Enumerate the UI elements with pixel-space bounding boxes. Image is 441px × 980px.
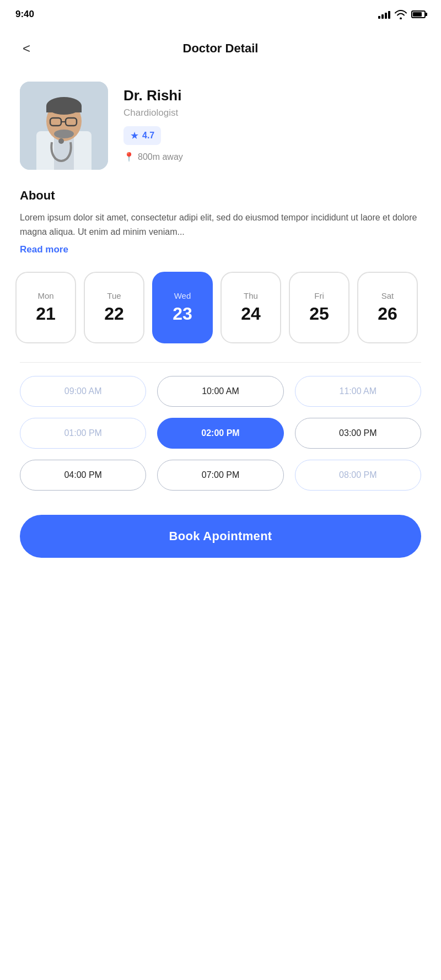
time-slot[interactable]: 02:00 PM bbox=[157, 418, 283, 449]
day-card-23[interactable]: Wed23 bbox=[152, 272, 213, 343]
time-slot[interactable]: 11:00 AM bbox=[295, 376, 421, 407]
day-number: 24 bbox=[241, 304, 261, 324]
back-button[interactable]: < bbox=[15, 37, 37, 60]
read-more-button[interactable]: Read more bbox=[20, 244, 68, 255]
day-name: Mon bbox=[37, 291, 53, 300]
time-slot[interactable]: 01:00 PM bbox=[20, 418, 146, 449]
svg-point-10 bbox=[58, 138, 64, 144]
divider bbox=[20, 362, 421, 363]
day-number: 21 bbox=[36, 304, 56, 324]
status-icons bbox=[378, 10, 426, 19]
day-number: 22 bbox=[104, 304, 124, 324]
time-section: 09:00 AM10:00 AM11:00 AM01:00 PM02:00 PM… bbox=[0, 370, 441, 504]
page-title: Doctor Detail bbox=[183, 41, 259, 56]
day-name: Sat bbox=[381, 291, 394, 300]
header: < Doctor Detail bbox=[0, 26, 441, 68]
doctor-profile: Dr. Rishi Chardiologist ★ 4.7 📍 800m awa… bbox=[0, 68, 441, 183]
about-section: About Lorem ipsum dolor sit amet, consec… bbox=[0, 183, 441, 266]
day-card-26[interactable]: Sat26 bbox=[357, 272, 418, 343]
time-slot[interactable]: 08:00 PM bbox=[295, 460, 421, 491]
time-slot[interactable]: 07:00 PM bbox=[157, 460, 283, 491]
location-row: 📍 800m away bbox=[123, 152, 421, 162]
doctor-image bbox=[20, 82, 108, 170]
day-number: 25 bbox=[309, 304, 329, 324]
day-card-25[interactable]: Fri25 bbox=[289, 272, 349, 343]
day-number: 26 bbox=[378, 304, 397, 324]
day-name: Tue bbox=[107, 291, 121, 300]
time-slot[interactable]: 03:00 PM bbox=[295, 418, 421, 449]
location-text: 800m away bbox=[138, 152, 183, 162]
rating-badge: ★ 4.7 bbox=[123, 126, 161, 145]
star-icon: ★ bbox=[130, 130, 139, 142]
time-slot[interactable]: 09:00 AM bbox=[20, 376, 146, 407]
wifi-icon bbox=[395, 10, 407, 19]
day-name: Fri bbox=[314, 291, 324, 300]
days-scroll: Mon21Tue22Wed23Thu24Fri25Sat26 bbox=[15, 272, 426, 346]
time-grid: 09:00 AM10:00 AM11:00 AM01:00 PM02:00 PM… bbox=[20, 376, 421, 491]
day-card-22[interactable]: Tue22 bbox=[84, 272, 144, 343]
doctor-info: Dr. Rishi Chardiologist ★ 4.7 📍 800m awa… bbox=[123, 82, 421, 162]
status-time: 9:40 bbox=[15, 9, 34, 20]
day-number: 23 bbox=[173, 304, 192, 324]
day-name: Wed bbox=[174, 291, 191, 300]
rating-value: 4.7 bbox=[142, 131, 154, 141]
about-title: About bbox=[20, 189, 421, 203]
day-card-24[interactable]: Thu24 bbox=[220, 272, 281, 343]
book-section: Book Apointment bbox=[0, 504, 441, 580]
status-bar: 9:40 bbox=[0, 0, 441, 26]
doctor-avatar-svg bbox=[20, 82, 108, 170]
doctor-name: Dr. Rishi bbox=[123, 87, 421, 104]
svg-rect-5 bbox=[46, 106, 82, 112]
signal-icon bbox=[378, 10, 390, 19]
location-icon: 📍 bbox=[123, 152, 135, 162]
time-slot[interactable]: 10:00 AM bbox=[157, 376, 283, 407]
book-appointment-button[interactable]: Book Apointment bbox=[20, 515, 421, 558]
calendar-section: Mon21Tue22Wed23Thu24Fri25Sat26 bbox=[0, 266, 441, 354]
back-chevron-icon: < bbox=[23, 41, 30, 56]
about-text: Lorem ipsum dolor sit amet, consectetur … bbox=[20, 211, 421, 239]
day-card-21[interactable]: Mon21 bbox=[15, 272, 76, 343]
battery-icon bbox=[411, 10, 426, 18]
svg-point-6 bbox=[54, 130, 74, 138]
time-slot[interactable]: 04:00 PM bbox=[20, 460, 146, 491]
doctor-specialty: Chardiologist bbox=[123, 107, 421, 119]
day-name: Thu bbox=[244, 291, 258, 300]
